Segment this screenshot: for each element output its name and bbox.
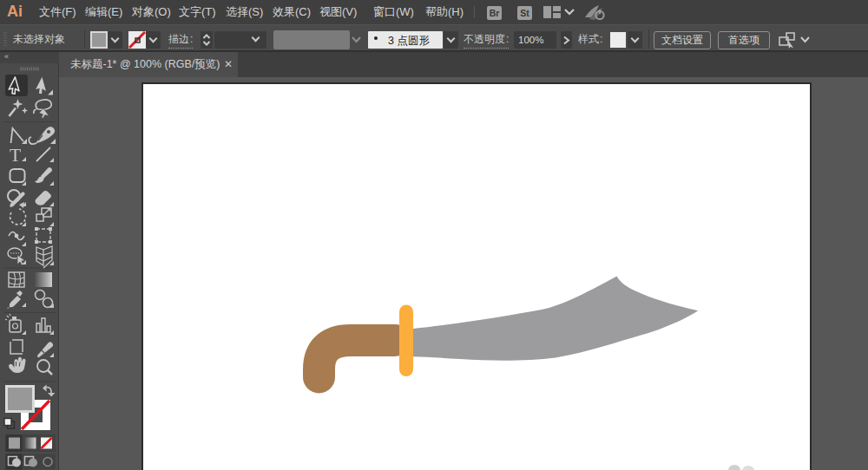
svg-text:T: T — [10, 145, 21, 166]
